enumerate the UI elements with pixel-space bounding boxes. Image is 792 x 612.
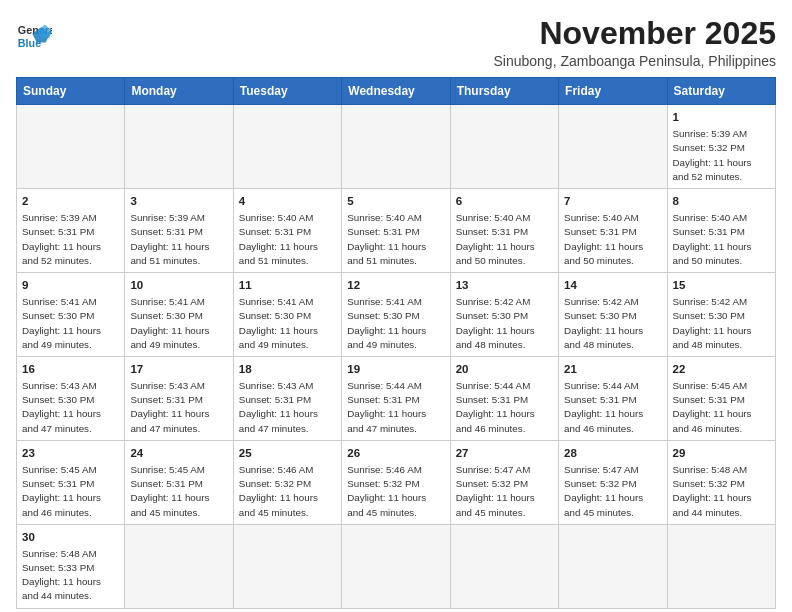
day-info: Sunrise: 5:39 AM Sunset: 5:32 PM Dayligh… — [673, 127, 770, 184]
day-number: 28 — [564, 445, 661, 461]
calendar-cell — [125, 524, 233, 608]
day-number: 16 — [22, 361, 119, 377]
day-info: Sunrise: 5:39 AM Sunset: 5:31 PM Dayligh… — [22, 211, 119, 268]
calendar-cell: 22Sunrise: 5:45 AM Sunset: 5:31 PM Dayli… — [667, 356, 775, 440]
day-number: 27 — [456, 445, 553, 461]
day-info: Sunrise: 5:45 AM Sunset: 5:31 PM Dayligh… — [22, 463, 119, 520]
calendar-cell: 1Sunrise: 5:39 AM Sunset: 5:32 PM Daylig… — [667, 105, 775, 189]
calendar-cell: 5Sunrise: 5:40 AM Sunset: 5:31 PM Daylig… — [342, 189, 450, 273]
calendar-cell: 24Sunrise: 5:45 AM Sunset: 5:31 PM Dayli… — [125, 440, 233, 524]
day-number: 20 — [456, 361, 553, 377]
col-header-monday: Monday — [125, 78, 233, 105]
calendar-cell: 14Sunrise: 5:42 AM Sunset: 5:30 PM Dayli… — [559, 273, 667, 357]
calendar-cell: 23Sunrise: 5:45 AM Sunset: 5:31 PM Dayli… — [17, 440, 125, 524]
logo: General Blue — [16, 20, 52, 56]
logo-icon: General Blue — [16, 20, 52, 56]
calendar-cell: 27Sunrise: 5:47 AM Sunset: 5:32 PM Dayli… — [450, 440, 558, 524]
calendar-week-4: 16Sunrise: 5:43 AM Sunset: 5:30 PM Dayli… — [17, 356, 776, 440]
calendar-cell — [17, 105, 125, 189]
calendar-week-2: 2Sunrise: 5:39 AM Sunset: 5:31 PM Daylig… — [17, 189, 776, 273]
day-info: Sunrise: 5:42 AM Sunset: 5:30 PM Dayligh… — [673, 295, 770, 352]
day-info: Sunrise: 5:42 AM Sunset: 5:30 PM Dayligh… — [564, 295, 661, 352]
day-info: Sunrise: 5:45 AM Sunset: 5:31 PM Dayligh… — [673, 379, 770, 436]
day-info: Sunrise: 5:47 AM Sunset: 5:32 PM Dayligh… — [456, 463, 553, 520]
calendar-cell: 28Sunrise: 5:47 AM Sunset: 5:32 PM Dayli… — [559, 440, 667, 524]
day-info: Sunrise: 5:48 AM Sunset: 5:33 PM Dayligh… — [22, 547, 119, 604]
day-info: Sunrise: 5:42 AM Sunset: 5:30 PM Dayligh… — [456, 295, 553, 352]
day-number: 5 — [347, 193, 444, 209]
day-info: Sunrise: 5:43 AM Sunset: 5:31 PM Dayligh… — [239, 379, 336, 436]
day-info: Sunrise: 5:41 AM Sunset: 5:30 PM Dayligh… — [239, 295, 336, 352]
calendar-cell — [342, 524, 450, 608]
calendar-table: SundayMondayTuesdayWednesdayThursdayFrid… — [16, 77, 776, 608]
day-number: 3 — [130, 193, 227, 209]
col-header-sunday: Sunday — [17, 78, 125, 105]
location-subtitle: Sinubong, Zamboanga Peninsula, Philippin… — [493, 53, 776, 69]
month-title: November 2025 — [493, 16, 776, 51]
day-number: 10 — [130, 277, 227, 293]
calendar-cell — [233, 105, 341, 189]
calendar-cell: 16Sunrise: 5:43 AM Sunset: 5:30 PM Dayli… — [17, 356, 125, 440]
day-info: Sunrise: 5:46 AM Sunset: 5:32 PM Dayligh… — [347, 463, 444, 520]
calendar-cell — [233, 524, 341, 608]
day-info: Sunrise: 5:45 AM Sunset: 5:31 PM Dayligh… — [130, 463, 227, 520]
calendar-cell: 9Sunrise: 5:41 AM Sunset: 5:30 PM Daylig… — [17, 273, 125, 357]
day-number: 12 — [347, 277, 444, 293]
day-number: 7 — [564, 193, 661, 209]
calendar-cell: 4Sunrise: 5:40 AM Sunset: 5:31 PM Daylig… — [233, 189, 341, 273]
day-info: Sunrise: 5:40 AM Sunset: 5:31 PM Dayligh… — [239, 211, 336, 268]
day-number: 30 — [22, 529, 119, 545]
day-number: 25 — [239, 445, 336, 461]
calendar-cell: 20Sunrise: 5:44 AM Sunset: 5:31 PM Dayli… — [450, 356, 558, 440]
calendar-week-1: 1Sunrise: 5:39 AM Sunset: 5:32 PM Daylig… — [17, 105, 776, 189]
col-header-thursday: Thursday — [450, 78, 558, 105]
calendar-cell: 10Sunrise: 5:41 AM Sunset: 5:30 PM Dayli… — [125, 273, 233, 357]
day-info: Sunrise: 5:40 AM Sunset: 5:31 PM Dayligh… — [673, 211, 770, 268]
calendar-week-5: 23Sunrise: 5:45 AM Sunset: 5:31 PM Dayli… — [17, 440, 776, 524]
calendar-cell: 8Sunrise: 5:40 AM Sunset: 5:31 PM Daylig… — [667, 189, 775, 273]
day-number: 8 — [673, 193, 770, 209]
day-number: 14 — [564, 277, 661, 293]
day-info: Sunrise: 5:43 AM Sunset: 5:31 PM Dayligh… — [130, 379, 227, 436]
col-header-saturday: Saturday — [667, 78, 775, 105]
day-info: Sunrise: 5:46 AM Sunset: 5:32 PM Dayligh… — [239, 463, 336, 520]
day-info: Sunrise: 5:44 AM Sunset: 5:31 PM Dayligh… — [456, 379, 553, 436]
calendar-cell: 7Sunrise: 5:40 AM Sunset: 5:31 PM Daylig… — [559, 189, 667, 273]
day-number: 11 — [239, 277, 336, 293]
calendar-cell: 25Sunrise: 5:46 AM Sunset: 5:32 PM Dayli… — [233, 440, 341, 524]
calendar-cell — [559, 524, 667, 608]
day-number: 18 — [239, 361, 336, 377]
title-section: November 2025 Sinubong, Zamboanga Penins… — [493, 16, 776, 69]
col-header-tuesday: Tuesday — [233, 78, 341, 105]
day-info: Sunrise: 5:40 AM Sunset: 5:31 PM Dayligh… — [347, 211, 444, 268]
calendar-week-6: 30Sunrise: 5:48 AM Sunset: 5:33 PM Dayli… — [17, 524, 776, 608]
day-info: Sunrise: 5:44 AM Sunset: 5:31 PM Dayligh… — [564, 379, 661, 436]
day-info: Sunrise: 5:40 AM Sunset: 5:31 PM Dayligh… — [564, 211, 661, 268]
calendar-week-3: 9Sunrise: 5:41 AM Sunset: 5:30 PM Daylig… — [17, 273, 776, 357]
calendar-cell: 2Sunrise: 5:39 AM Sunset: 5:31 PM Daylig… — [17, 189, 125, 273]
day-info: Sunrise: 5:47 AM Sunset: 5:32 PM Dayligh… — [564, 463, 661, 520]
day-number: 19 — [347, 361, 444, 377]
day-info: Sunrise: 5:41 AM Sunset: 5:30 PM Dayligh… — [130, 295, 227, 352]
calendar-cell: 18Sunrise: 5:43 AM Sunset: 5:31 PM Dayli… — [233, 356, 341, 440]
day-number: 26 — [347, 445, 444, 461]
day-number: 21 — [564, 361, 661, 377]
calendar-cell: 11Sunrise: 5:41 AM Sunset: 5:30 PM Dayli… — [233, 273, 341, 357]
calendar-cell: 21Sunrise: 5:44 AM Sunset: 5:31 PM Dayli… — [559, 356, 667, 440]
day-number: 6 — [456, 193, 553, 209]
header-row: SundayMondayTuesdayWednesdayThursdayFrid… — [17, 78, 776, 105]
day-number: 4 — [239, 193, 336, 209]
day-info: Sunrise: 5:41 AM Sunset: 5:30 PM Dayligh… — [347, 295, 444, 352]
calendar-cell: 3Sunrise: 5:39 AM Sunset: 5:31 PM Daylig… — [125, 189, 233, 273]
calendar-cell: 30Sunrise: 5:48 AM Sunset: 5:33 PM Dayli… — [17, 524, 125, 608]
day-number: 1 — [673, 109, 770, 125]
day-number: 13 — [456, 277, 553, 293]
day-info: Sunrise: 5:44 AM Sunset: 5:31 PM Dayligh… — [347, 379, 444, 436]
calendar-cell: 6Sunrise: 5:40 AM Sunset: 5:31 PM Daylig… — [450, 189, 558, 273]
day-info: Sunrise: 5:41 AM Sunset: 5:30 PM Dayligh… — [22, 295, 119, 352]
day-number: 22 — [673, 361, 770, 377]
calendar-cell — [342, 105, 450, 189]
calendar-cell: 29Sunrise: 5:48 AM Sunset: 5:32 PM Dayli… — [667, 440, 775, 524]
calendar-cell — [559, 105, 667, 189]
calendar-cell: 15Sunrise: 5:42 AM Sunset: 5:30 PM Dayli… — [667, 273, 775, 357]
